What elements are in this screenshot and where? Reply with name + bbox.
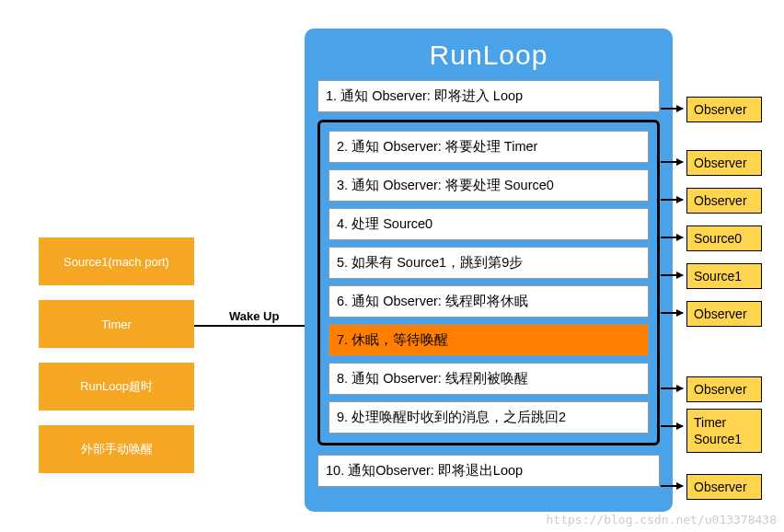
source-box-timeout: RunLoop超时 — [39, 363, 194, 411]
source-box-timer: Timer — [39, 300, 194, 348]
arrow-4 — [661, 237, 683, 238]
arrow-6 — [661, 312, 683, 314]
arrow-1 — [661, 108, 683, 110]
step-5: 5. 如果有 Source1，跳到第9步 — [329, 247, 649, 279]
arrow-10 — [661, 485, 683, 487]
loop-body: 2. 通知 Observer: 将要处理 Timer 3. 通知 Observe… — [317, 120, 660, 445]
output-5: Source1 — [686, 263, 762, 289]
source-box-source1: Source1(mach port) — [39, 237, 194, 285]
output-8: Observer — [686, 376, 762, 402]
runloop-panel: RunLoop 1. 通知 Observer: 即将进入 Loop 2. 通知 … — [305, 29, 673, 512]
step-7: 7. 休眠，等待唤醒 — [329, 324, 649, 356]
output-4: Source0 — [686, 226, 762, 251]
source-box-manual: 外部手动唤醒 — [39, 425, 194, 473]
step-8: 8. 通知 Observer: 线程刚被唤醒 — [329, 363, 649, 395]
wakeup-arrow — [194, 325, 315, 327]
runloop-title: RunLoop — [317, 40, 660, 71]
step-10: 10. 通知Observer: 即将退出Loop — [317, 455, 660, 487]
output-2: Observer — [686, 150, 762, 176]
step-1: 1. 通知 Observer: 即将进入 Loop — [317, 80, 660, 112]
wakeup-label: Wake Up — [229, 309, 279, 323]
output-3: Observer — [686, 188, 762, 214]
output-10: Observer — [686, 474, 762, 500]
output-1: Observer — [686, 97, 762, 122]
arrow-3 — [661, 199, 683, 201]
step-3: 3. 通知 Observer: 将要处理 Source0 — [329, 169, 649, 202]
step-4: 4. 处理 Source0 — [329, 208, 649, 240]
step-2: 2. 通知 Observer: 将要处理 Timer — [329, 131, 649, 163]
watermark: https://blog.csdn.net/u013378438 — [547, 513, 777, 526]
arrow-9 — [661, 425, 683, 427]
output-9: Timer Source1 — [686, 409, 762, 453]
arrow-8 — [661, 387, 683, 389]
arrow-5 — [661, 274, 683, 276]
step-6: 6. 通知 Observer: 线程即将休眠 — [329, 285, 649, 318]
output-6: Observer — [686, 301, 762, 327]
arrow-2 — [661, 161, 683, 163]
step-9: 9. 处理唤醒时收到的消息，之后跳回2 — [329, 401, 649, 434]
